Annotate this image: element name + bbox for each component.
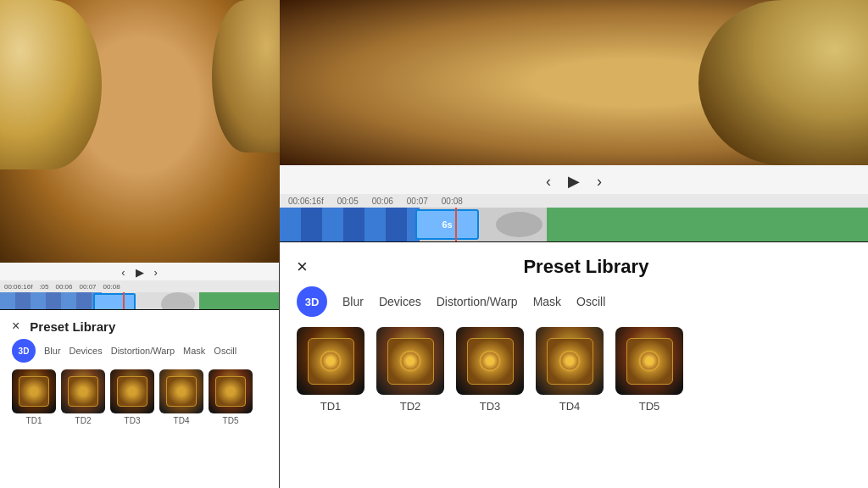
left-preset-item-td4[interactable]: TD4 xyxy=(159,369,203,425)
right-preset-thumb-td3 xyxy=(456,327,524,395)
right-clip-blue-label: 6s xyxy=(442,219,452,230)
right-tc-3: 00:07 xyxy=(407,197,428,206)
right-transport: ‹ ▶ › xyxy=(280,165,868,194)
left-tc-2: 00:06 xyxy=(56,283,73,291)
right-preset-library-title: Preset Library xyxy=(321,256,851,278)
left-clip-gray xyxy=(161,292,195,309)
left-preset-item-td2[interactable]: TD2 xyxy=(61,369,105,425)
right-preset-label-td3: TD3 xyxy=(480,400,501,413)
right-clip-gray xyxy=(496,212,542,237)
left-play-button[interactable]: ▶ xyxy=(136,266,144,279)
hair-left xyxy=(0,0,102,169)
left-preset-item-td3[interactable]: TD3 xyxy=(110,369,154,425)
left-preset-label-td2: TD2 xyxy=(75,416,92,425)
right-filter-tab-3d[interactable]: 3D xyxy=(297,286,327,317)
right-tc-0: 00:06:16f xyxy=(288,197,324,206)
left-playhead xyxy=(123,292,125,309)
right-preset-thumb-td4 xyxy=(536,327,604,395)
right-preset-label-td4: TD4 xyxy=(559,400,581,413)
left-clip-green xyxy=(199,292,279,309)
left-preset-item-td1[interactable]: TD1 xyxy=(12,369,56,425)
right-filter-tabs: 3D Blur Devices Distortion/Warp Mask Osc… xyxy=(280,286,868,327)
left-filter-tabs: 3D Blur Devices Distortion/Warp Mask Osc… xyxy=(0,339,279,369)
right-preset-label-td5: TD5 xyxy=(639,400,660,413)
right-timeline: ‹ ▶ › 00:06:16f 00:05 00:06 00:07 00:08 … xyxy=(280,165,868,241)
right-timeline-track: 6s xyxy=(280,208,868,241)
left-preset-grid: TD1 TD2 TD3 xyxy=(0,369,279,425)
right-clip-film xyxy=(280,208,420,241)
right-video-preview xyxy=(280,0,868,165)
left-filter-tab-3d[interactable]: 3D xyxy=(12,339,36,363)
left-panel: ‹ ▶ › 00:06:16f :05 00:06 00:07 00:08 × … xyxy=(0,0,280,488)
right-preset-grid: TD1 TD2 xyxy=(280,327,868,413)
right-preset-item-td4[interactable]: TD4 xyxy=(536,327,604,413)
left-preset-label-td5: TD5 xyxy=(223,416,239,425)
left-filter-tab-blur[interactable]: Blur xyxy=(44,346,61,356)
right-filter-tab-blur[interactable]: Blur xyxy=(342,295,364,308)
left-prev-button[interactable]: ‹ xyxy=(121,266,125,279)
left-tc-0: 00:06:16f xyxy=(4,283,32,291)
left-filter-tab-distortion[interactable]: Distortion/Warp xyxy=(111,346,175,356)
left-transport: ‹ ▶ › xyxy=(0,263,279,280)
left-preset-label-td3: TD3 xyxy=(125,416,141,425)
left-preset-label-td1: TD1 xyxy=(26,416,42,425)
left-preset-thumb-td4 xyxy=(159,369,203,413)
right-next-button[interactable]: › xyxy=(597,173,602,191)
right-filter-tab-devices[interactable]: Devices xyxy=(379,295,421,308)
left-clip-blue[interactable] xyxy=(93,293,136,309)
right-preset-thumb-td1 xyxy=(297,327,364,395)
right-close-button[interactable]: × xyxy=(297,256,308,278)
right-preset-thumb-td5 xyxy=(615,327,683,395)
right-filter-tab-oscill[interactable]: Oscill xyxy=(576,295,605,308)
left-timeline: ‹ ▶ › 00:06:16f :05 00:06 00:07 00:08 xyxy=(0,263,279,309)
right-preset-library: × Preset Library 3D Blur Devices Distort… xyxy=(280,242,868,488)
right-filter-tab-distortion[interactable]: Distortion/Warp xyxy=(437,295,518,308)
left-preset-thumb-td1 xyxy=(12,369,56,413)
left-filter-tab-mask[interactable]: Mask xyxy=(183,346,205,356)
left-tc-4: 00:08 xyxy=(103,283,120,291)
left-timeline-track xyxy=(0,292,279,309)
left-filter-tab-oscill[interactable]: Oscill xyxy=(214,346,236,356)
right-preset-label-td1: TD1 xyxy=(320,400,342,413)
right-preset-item-td2[interactable]: TD2 xyxy=(376,327,444,413)
left-tc-3: 00:07 xyxy=(80,283,97,291)
left-preset-header: × Preset Library xyxy=(0,310,279,339)
right-preset-label-td2: TD2 xyxy=(400,400,421,413)
right-preset-header: × Preset Library xyxy=(280,242,868,286)
right-tc-4: 00:08 xyxy=(442,197,463,206)
right-play-button[interactable]: ▶ xyxy=(568,172,580,191)
right-tc-1: 00:05 xyxy=(337,197,359,206)
right-preset-item-td5[interactable]: TD5 xyxy=(615,327,683,413)
left-close-button[interactable]: × xyxy=(12,319,19,334)
right-preset-item-td1[interactable]: TD1 xyxy=(297,327,364,413)
right-tc-2: 00:06 xyxy=(372,197,393,206)
left-clip-film xyxy=(0,292,102,309)
left-filter-tab-devices[interactable]: Devices xyxy=(70,346,103,356)
right-preset-item-td3[interactable]: TD3 xyxy=(456,327,524,413)
left-next-button[interactable]: › xyxy=(154,266,158,279)
left-preset-label-td4: TD4 xyxy=(174,416,190,425)
left-preset-thumb-td5 xyxy=(209,369,253,413)
right-filter-tab-mask[interactable]: Mask xyxy=(533,295,561,308)
left-preset-thumb-td3 xyxy=(110,369,154,413)
left-video-preview xyxy=(0,0,280,263)
left-tc-1: :05 xyxy=(39,283,48,291)
left-preset-library-title: Preset Library xyxy=(30,319,115,334)
right-hair xyxy=(698,0,868,165)
right-preset-thumb-td2 xyxy=(376,327,444,395)
right-clip-blue[interactable]: 6s xyxy=(415,209,479,240)
right-panel: ‹ ▶ › 00:06:16f 00:05 00:06 00:07 00:08 … xyxy=(280,0,868,488)
right-prev-button[interactable]: ‹ xyxy=(546,173,551,191)
right-playhead xyxy=(455,208,457,241)
hair-right xyxy=(212,0,280,152)
left-timecodes: 00:06:16f :05 00:06 00:07 00:08 xyxy=(0,280,279,292)
left-preset-library: × Preset Library 3D Blur Devices Distort… xyxy=(0,310,279,488)
right-timecodes: 00:06:16f 00:05 00:06 00:07 00:08 xyxy=(280,194,868,208)
right-clip-green xyxy=(547,208,868,241)
left-preset-thumb-td2 xyxy=(61,369,105,413)
left-preset-item-td5[interactable]: TD5 xyxy=(209,369,253,425)
